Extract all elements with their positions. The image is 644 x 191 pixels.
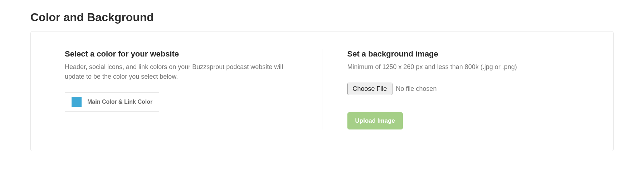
color-swatch-icon — [72, 97, 82, 107]
color-picker-label: Main Color & Link Color — [87, 99, 152, 105]
settings-panel: Select a color for your website Header, … — [30, 31, 614, 151]
background-column: Set a background image Minimum of 1250 x… — [322, 49, 580, 129]
color-picker[interactable]: Main Color & Link Color — [65, 92, 159, 112]
upload-image-button[interactable]: Upload Image — [347, 112, 403, 129]
choose-file-button[interactable]: Choose File — [347, 83, 392, 95]
color-section-heading: Select a color for your website — [65, 49, 297, 59]
background-section-heading: Set a background image — [347, 49, 580, 59]
page-title: Color and Background — [30, 11, 614, 24]
file-status-text: No file chosen — [396, 85, 437, 93]
file-input-row: Choose File No file chosen — [347, 83, 437, 95]
color-column: Select a color for your website Header, … — [65, 49, 322, 129]
color-section-description: Header, social icons, and link colors on… — [65, 62, 297, 82]
background-section-description: Minimum of 1250 x 260 px and less than 8… — [347, 62, 580, 72]
